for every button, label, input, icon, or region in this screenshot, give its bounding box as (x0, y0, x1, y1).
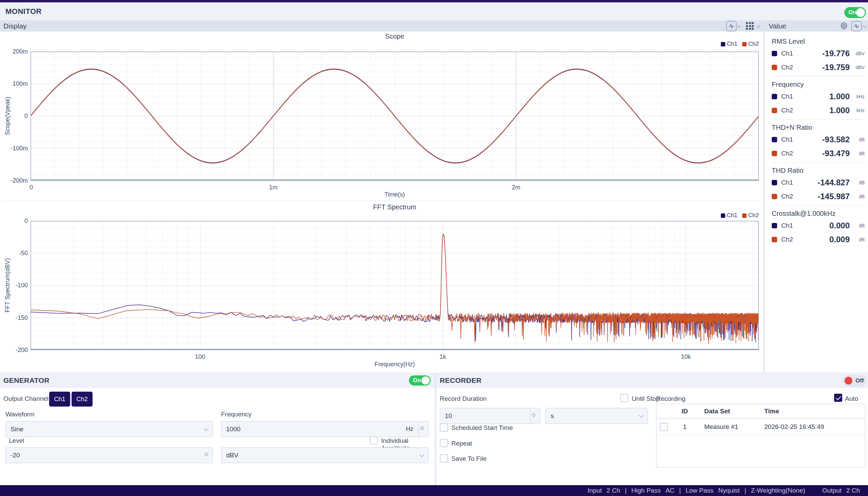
level-input[interactable]: -20 (5, 447, 213, 463)
measure-unit: dBV (850, 51, 865, 56)
duration-unit-select[interactable]: s (545, 408, 648, 424)
channel-label: Ch1 (781, 50, 822, 57)
column-header-dataset: Data Set (698, 407, 764, 415)
value-group-title: THD Ratio (772, 167, 865, 174)
generator-power-toggle[interactable]: On (409, 375, 431, 386)
frequency-input[interactable]: 1000 Hz (221, 421, 429, 437)
legend-label: Ch2 (748, 41, 759, 47)
app-window: MONITOR On Display Value Scope Ch1 (0, 0, 868, 496)
level-stepper[interactable] (203, 448, 213, 463)
fft-y-tick: -200 (3, 346, 28, 354)
scheduled-start-checkbox[interactable] (440, 423, 448, 432)
value-row: Ch2 -93.479 dB (772, 146, 865, 160)
chevron-down-icon[interactable] (737, 24, 741, 28)
legend-item-ch1[interactable]: Ch1 (721, 212, 737, 219)
auto-save-label: Auto Save (845, 395, 868, 403)
frequency-stepper[interactable] (418, 421, 428, 437)
scope-y-tick: -200m (3, 177, 28, 184)
record-duration-input[interactable]: 10 (440, 408, 540, 424)
status-bar: Input 2 Ch | High Pass AC | Low Pass Nyq… (0, 485, 868, 496)
status-output-label: Output (822, 487, 841, 494)
save-to-file-checkbox[interactable] (440, 454, 448, 463)
level-unit-select[interactable]: dBV (221, 447, 429, 463)
legend-item-ch2[interactable]: Ch2 (742, 41, 759, 47)
app-header: MONITOR On (0, 2, 868, 21)
value-group-frequency: Frequency Ch1 1.000 kHz Ch2 1.000 kHz (764, 81, 868, 117)
recorder-power-toggle[interactable]: Off (843, 375, 866, 386)
toggle-knob (421, 376, 430, 385)
repeat-checkbox[interactable] (440, 439, 448, 447)
grid-view-icon[interactable] (746, 22, 754, 30)
chevron-down-icon[interactable] (863, 24, 866, 28)
channel-label: Ch2 (781, 236, 829, 243)
ch2-swatch (772, 194, 777, 199)
spinner-down-icon[interactable] (420, 426, 424, 430)
toggle-off-label: Off (855, 377, 864, 384)
toggle-on-label: On (413, 377, 421, 384)
auto-save-checkbox[interactable] (834, 394, 842, 402)
spinner-down-icon[interactable] (532, 413, 535, 417)
legend-swatch (721, 42, 725, 46)
legend-item-ch1[interactable]: Ch1 (721, 41, 737, 47)
toggle-on-label: On (848, 9, 856, 16)
measure-value: 0.000 (829, 221, 850, 230)
divider (772, 119, 865, 120)
ch2-swatch (772, 65, 777, 70)
output-ch2-button[interactable]: Ch2 (72, 392, 93, 406)
channel-label: Ch1 (781, 93, 829, 100)
measure-value: -93.582 (822, 135, 850, 144)
spinner-down-icon[interactable] (205, 452, 208, 456)
value-row: Ch2 1.000 kHz (772, 103, 865, 117)
channel-label: Ch1 (781, 179, 818, 186)
until-stop-checkbox[interactable] (620, 394, 628, 402)
scope-chart-title: Scope (31, 32, 759, 40)
ch2-swatch (772, 151, 777, 156)
scheduled-start-label: Scheduled Start Time (451, 424, 513, 432)
save-to-file-label: Save To File (451, 455, 487, 463)
value-row: Ch1 0.000 dB (772, 218, 865, 232)
waveform-select[interactable]: Sine (5, 421, 213, 437)
table-row[interactable]: 1 Measure #1 2026-02-25 16:45:49 (656, 419, 865, 435)
scope-plot[interactable] (31, 51, 759, 181)
value-row: Ch1 1.000 kHz (772, 90, 865, 103)
column-header-id: ID (672, 407, 698, 415)
measure-unit: dB (850, 151, 865, 156)
frequency-unit: Hz (406, 425, 413, 433)
status-output-value: 2 Ch (846, 487, 860, 494)
fft-x-tick: 1k (439, 353, 446, 360)
measure-unit: kHz (850, 94, 865, 99)
ch1-swatch (772, 180, 777, 185)
value-row: Ch2 -19.759 dBV (772, 60, 865, 74)
output-ch1-button[interactable]: Ch1 (49, 392, 70, 406)
channel-label: Ch1 (781, 136, 822, 143)
fft-plot[interactable] (31, 221, 759, 350)
legend-label: Ch1 (727, 41, 737, 47)
value-panel: RMS Level Ch1 -19.776 dBV Ch2 -19.759 dB… (764, 31, 868, 373)
scope-y-tick: -100m (3, 145, 28, 152)
channel-label: Ch2 (781, 193, 818, 200)
trace-view-button[interactable] (726, 21, 736, 31)
measure-unit: dB (850, 137, 865, 142)
ch1-swatch (772, 94, 777, 99)
ch2-swatch (772, 108, 777, 113)
value-group-title: RMS Level (772, 37, 865, 45)
status-lowpass-label: Low Pass (686, 487, 713, 494)
chevron-down-icon[interactable] (756, 24, 760, 28)
value-row: Ch1 -19.776 dBV (772, 46, 865, 60)
legend-swatch (742, 214, 747, 218)
legend-item-ch2[interactable]: Ch2 (742, 212, 759, 219)
value-panel-title: Value (769, 20, 786, 31)
gear-icon[interactable] (840, 22, 848, 30)
duration-stepper[interactable] (530, 408, 540, 423)
waveform-label: Waveform (5, 410, 34, 418)
display-panel-header: Display (0, 20, 764, 31)
generator-panel: GENERATOR On Output Channel Ch1 Ch2 Wave… (0, 373, 435, 485)
individual-amplitude-checkbox[interactable] (370, 436, 378, 445)
channel-label: Ch2 (781, 107, 829, 114)
fft-x-tick: 100 (195, 353, 205, 360)
duration-unit-value: s (551, 412, 648, 420)
row-checkbox[interactable] (660, 423, 668, 431)
monitor-power-toggle[interactable]: On (844, 7, 866, 18)
trace-view-button[interactable] (851, 21, 862, 31)
frequency-label: Frequency (221, 410, 252, 418)
